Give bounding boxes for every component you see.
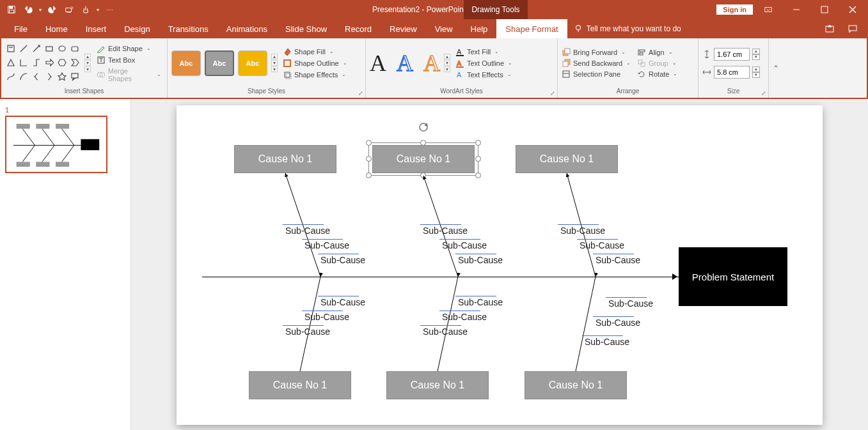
customize-qat-icon[interactable]: ⋯ <box>102 2 118 17</box>
subcause[interactable]: Sub-Cause <box>458 255 503 265</box>
shape-line-icon[interactable] <box>18 43 29 54</box>
shape-oval-icon[interactable] <box>56 43 68 54</box>
shapes-gallery[interactable] <box>5 43 81 84</box>
subcause[interactable]: Sub-Cause <box>285 326 330 337</box>
text-box-button[interactable]: Text Box <box>95 55 163 65</box>
undo-icon[interactable] <box>20 2 36 17</box>
collapse-ribbon-icon[interactable]: ⌃ <box>769 38 783 98</box>
subcause[interactable]: Sub-Cause <box>304 240 349 250</box>
style-thumb-1[interactable]: Abc <box>171 50 201 76</box>
minimize-icon[interactable] <box>784 0 809 19</box>
slide-thumbnail-1[interactable] <box>5 116 107 173</box>
wordart-thumb-3[interactable]: A <box>423 50 440 77</box>
cause-box-top-3[interactable]: Cause No 1 <box>516 145 618 173</box>
width-spinner[interactable]: ▴▾ <box>752 66 760 78</box>
subcause[interactable]: Sub-Cause <box>320 255 365 265</box>
shape-fill-button[interactable]: Shape Fill⌄ <box>281 47 349 56</box>
shape-arrow-icon[interactable] <box>43 57 55 68</box>
slide-canvas-area[interactable]: Problem Statement Cause No 1 Cause No 1 … <box>131 99 868 430</box>
wordart-gallery-more[interactable]: ▴▾▾ <box>444 54 450 72</box>
close-icon[interactable] <box>840 0 865 19</box>
subcause[interactable]: Sub-Cause <box>458 297 503 307</box>
shape-curve-icon[interactable] <box>5 71 17 82</box>
shape-corner-icon[interactable] <box>18 57 29 68</box>
problem-statement-box[interactable]: Problem Statement <box>679 247 787 306</box>
tab-view[interactable]: View <box>426 19 462 38</box>
wordart-thumb-2[interactable]: A <box>397 50 413 77</box>
shape-rect-icon[interactable] <box>43 43 55 54</box>
shape-chevron-icon[interactable] <box>69 57 81 68</box>
tab-file[interactable]: File <box>5 19 36 38</box>
edit-shape-button[interactable]: Edit Shape⌄ <box>95 43 163 54</box>
tab-review[interactable]: Review <box>381 19 426 38</box>
cause-box-top-2[interactable]: Cause No 1 <box>372 145 475 173</box>
text-outline-button[interactable]: AText Outline⌄ <box>454 59 514 68</box>
rotate-button[interactable]: Rotate⌄ <box>637 70 677 79</box>
shape-styles-launcher-icon[interactable]: ⤢ <box>358 90 363 96</box>
tab-record[interactable]: Record <box>336 19 381 38</box>
wordart-gallery[interactable]: A A A <box>370 50 440 77</box>
shape-callout-icon[interactable] <box>69 71 81 82</box>
subcause[interactable]: Sub-Cause <box>320 297 365 307</box>
style-gallery-more[interactable]: ▴▾▾ <box>271 54 278 72</box>
subcause[interactable]: Sub-Cause <box>423 326 468 337</box>
text-effects-button[interactable]: AText Effects⌄ <box>454 70 514 79</box>
shape-brace2-icon[interactable] <box>43 71 55 82</box>
subcause[interactable]: Sub-Cause <box>608 298 653 309</box>
shape-triangle-icon[interactable] <box>5 57 17 68</box>
redo-icon[interactable] <box>45 2 60 17</box>
rotate-handle-icon[interactable] <box>418 121 429 133</box>
style-thumb-3[interactable]: Abc <box>238 50 267 76</box>
touch-mode-icon[interactable] <box>78 2 93 17</box>
shape-hex-icon[interactable] <box>56 57 68 68</box>
tab-animations[interactable]: Animations <box>217 19 276 38</box>
shape-effects-button[interactable]: Shape Effects⌄ <box>281 70 349 79</box>
tab-design[interactable]: Design <box>115 19 159 38</box>
tab-help[interactable]: Help <box>462 19 497 38</box>
subcause[interactable]: Sub-Cause <box>442 240 487 250</box>
subcause[interactable]: Sub-Cause <box>585 337 629 347</box>
cause-box-bottom-2[interactable]: Cause No 1 <box>386 371 489 399</box>
subcause[interactable]: Sub-Cause <box>596 255 640 265</box>
bring-forward-button[interactable]: Bring Forward⌄ <box>562 48 631 57</box>
save-icon[interactable] <box>4 2 19 17</box>
maximize-icon[interactable] <box>812 0 837 19</box>
cause-box-bottom-1[interactable]: Cause No 1 <box>249 371 351 399</box>
height-input[interactable] <box>714 48 750 61</box>
size-launcher-icon[interactable]: ⤢ <box>761 90 766 96</box>
shape-star-icon[interactable] <box>56 71 68 82</box>
shape-elbow-icon[interactable] <box>31 57 42 68</box>
cause-box-bottom-3[interactable]: Cause No 1 <box>525 371 627 399</box>
shape-arc-icon[interactable] <box>18 71 29 82</box>
wordart-thumb-1[interactable]: A <box>370 50 386 77</box>
text-fill-button[interactable]: AText Fill⌄ <box>454 47 514 56</box>
selection-pane-button[interactable]: Selection Pane <box>562 70 631 79</box>
subcause[interactable]: Sub-Cause <box>285 226 330 236</box>
sign-in-button[interactable]: Sign in <box>716 4 753 15</box>
shapes-gallery-more[interactable]: ▴▾▾ <box>84 54 91 72</box>
style-thumb-2[interactable]: Abc <box>205 50 234 76</box>
shape-brace-icon[interactable] <box>31 71 42 82</box>
tab-transitions[interactable]: Transitions <box>159 19 217 38</box>
subcause[interactable]: Sub-Cause <box>304 312 349 322</box>
shape-textbox-icon[interactable] <box>5 43 17 54</box>
send-backward-button[interactable]: Send Backward⌄ <box>562 59 631 68</box>
tab-slideshow[interactable]: Slide Show <box>276 19 336 38</box>
subcause[interactable]: Sub-Cause <box>596 318 640 328</box>
width-input[interactable] <box>714 66 750 79</box>
start-from-beginning-icon[interactable] <box>61 2 77 17</box>
tab-home[interactable]: Home <box>36 19 77 38</box>
subcause[interactable]: Sub-Cause <box>442 312 487 322</box>
ribbon-options-icon[interactable] <box>755 0 781 19</box>
touch-mode-dropdown-icon[interactable]: ▾ <box>95 2 101 17</box>
tab-insert[interactable]: Insert <box>77 19 116 38</box>
wordart-launcher-icon[interactable]: ⤢ <box>550 90 555 96</box>
tell-me-search[interactable]: Tell me what you want to do <box>574 24 681 33</box>
shape-line-arrow-icon[interactable] <box>31 43 42 54</box>
align-button[interactable]: Align⌄ <box>637 48 677 57</box>
shape-roundrect-icon[interactable] <box>69 43 81 54</box>
shape-outline-button[interactable]: Shape Outline⌄ <box>281 59 349 68</box>
selected-shape[interactable]: Cause No 1 <box>368 142 478 176</box>
height-spinner[interactable]: ▴▾ <box>752 49 760 60</box>
undo-dropdown-icon[interactable]: ▾ <box>37 2 43 17</box>
